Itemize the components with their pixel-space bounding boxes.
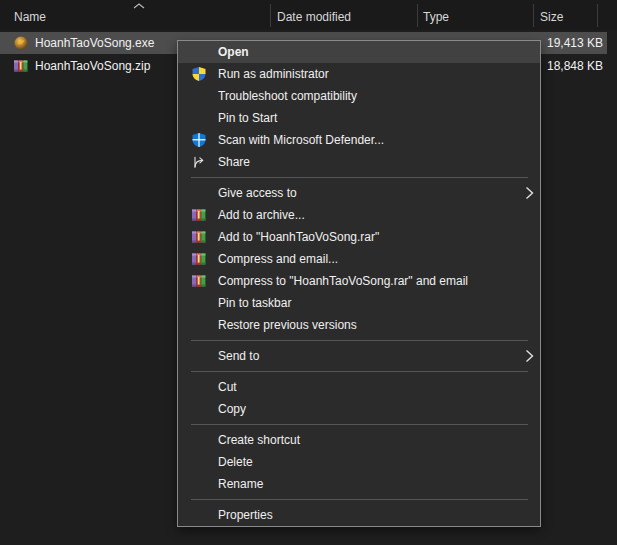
menu-item-label: Cut: [218, 380, 237, 394]
menu-item-icon-slot: [191, 348, 207, 364]
menu-item-delete[interactable]: Delete: [178, 451, 540, 473]
menu-item-cut[interactable]: Cut: [178, 376, 540, 398]
menu-item-pin-to-start[interactable]: Pin to Start: [178, 107, 540, 129]
menu-separator: [191, 424, 528, 425]
menu-item-label: Restore previous versions: [218, 318, 357, 332]
menu-item-icon-slot: [191, 110, 207, 126]
menu-item-label: Delete: [218, 455, 253, 469]
menu-item-icon-slot: [191, 401, 207, 417]
menu-item-compress-and-email[interactable]: Compress and email...: [178, 248, 540, 270]
menu-item-run-as-administrator[interactable]: Run as administrator: [178, 63, 540, 85]
menu-item-icon-slot: [191, 476, 207, 492]
sort-ascending-icon: [132, 2, 146, 10]
menu-item-label: Give access to: [218, 186, 297, 200]
menu-item-label: Open: [218, 45, 249, 59]
menu-item-label: Troubleshoot compatibility: [218, 89, 357, 103]
column-header-size[interactable]: Size: [540, 10, 563, 24]
file-explorer-window: NameDate modifiedTypeSize HoanhTaoVoSong…: [0, 0, 617, 545]
menu-item-label: Compress to "HoanhTaoVoSong.rar" and ema…: [218, 274, 468, 288]
menu-item-icon-slot: [191, 185, 207, 201]
column-header-row: NameDate modifiedTypeSize: [0, 0, 617, 30]
uac-shield-icon: [191, 66, 207, 82]
menu-item-pin-to-taskbar[interactable]: Pin to taskbar: [178, 292, 540, 314]
menu-item-label: Properties: [218, 508, 273, 522]
menu-item-label: Copy: [218, 402, 246, 416]
menu-item-create-shortcut[interactable]: Create shortcut: [178, 429, 540, 451]
context-menu: OpenRun as administratorTroubleshoot com…: [177, 40, 541, 527]
column-header-type[interactable]: Type: [423, 10, 449, 24]
menu-separator: [191, 371, 528, 372]
menu-item-label: Compress and email...: [218, 252, 338, 266]
menu-item-give-access-to[interactable]: Give access to: [178, 182, 540, 204]
file-name: HoanhTaoVoSong.zip: [35, 59, 150, 73]
menu-item-icon-slot: [191, 295, 207, 311]
column-header-date-modified[interactable]: Date modified: [277, 10, 351, 24]
column-divider[interactable]: [597, 4, 598, 27]
submenu-chevron-icon: [525, 349, 534, 363]
menu-item-copy[interactable]: Copy: [178, 398, 540, 420]
menu-item-add-to-archive[interactable]: Add to archive...: [178, 204, 540, 226]
menu-item-label: Run as administrator: [218, 67, 329, 81]
menu-item-share[interactable]: Share: [178, 151, 540, 173]
winrar-icon: [191, 229, 207, 245]
column-divider[interactable]: [533, 4, 534, 27]
menu-item-icon-slot: [191, 454, 207, 470]
winrar-icon: [191, 207, 207, 223]
share-icon: [191, 154, 207, 170]
menu-item-icon-slot: [191, 507, 207, 523]
menu-separator: [191, 340, 528, 341]
file-name: HoanhTaoVoSong.exe: [35, 36, 154, 50]
menu-item-add-to-hoanhtaovosong-rar[interactable]: Add to "HoanhTaoVoSong.rar": [178, 226, 540, 248]
column-header-name[interactable]: Name: [14, 10, 46, 24]
menu-item-label: Create shortcut: [218, 433, 300, 447]
menu-separator: [191, 177, 528, 178]
defender-shield-icon: [191, 132, 207, 148]
file-size: 18,848 KB: [547, 59, 603, 73]
winrar-archive-icon: [13, 58, 29, 74]
winrar-icon: [191, 273, 207, 289]
column-divider[interactable]: [417, 4, 418, 27]
menu-item-icon-slot: [191, 317, 207, 333]
menu-item-restore-previous-versions[interactable]: Restore previous versions: [178, 314, 540, 336]
menu-item-label: Send to: [218, 349, 259, 363]
menu-item-icon-slot: [191, 88, 207, 104]
menu-item-label: Add to archive...: [218, 208, 305, 222]
menu-item-label: Scan with Microsoft Defender...: [218, 133, 384, 147]
menu-item-icon-slot: [191, 44, 207, 60]
game-exe-icon: [13, 35, 29, 51]
menu-item-scan-with-microsoft-defender[interactable]: Scan with Microsoft Defender...: [178, 129, 540, 151]
menu-item-rename[interactable]: Rename: [178, 473, 540, 495]
menu-separator: [191, 499, 528, 500]
menu-item-properties[interactable]: Properties: [178, 504, 540, 526]
menu-item-label: Pin to taskbar: [218, 296, 291, 310]
menu-item-icon-slot: [191, 379, 207, 395]
menu-item-icon-slot: [191, 432, 207, 448]
submenu-chevron-icon: [525, 186, 534, 200]
file-size: 19,413 KB: [547, 36, 603, 50]
menu-item-troubleshoot-compatibility[interactable]: Troubleshoot compatibility: [178, 85, 540, 107]
menu-item-label: Add to "HoanhTaoVoSong.rar": [218, 230, 379, 244]
menu-item-compress-to-hoanhtaovosong-rar-and-email[interactable]: Compress to "HoanhTaoVoSong.rar" and ema…: [178, 270, 540, 292]
menu-item-open[interactable]: Open: [178, 41, 540, 63]
menu-item-send-to[interactable]: Send to: [178, 345, 540, 367]
winrar-icon: [191, 251, 207, 267]
menu-item-label: Rename: [218, 477, 263, 491]
menu-item-label: Pin to Start: [218, 111, 277, 125]
menu-item-label: Share: [218, 155, 250, 169]
column-divider[interactable]: [270, 4, 271, 27]
